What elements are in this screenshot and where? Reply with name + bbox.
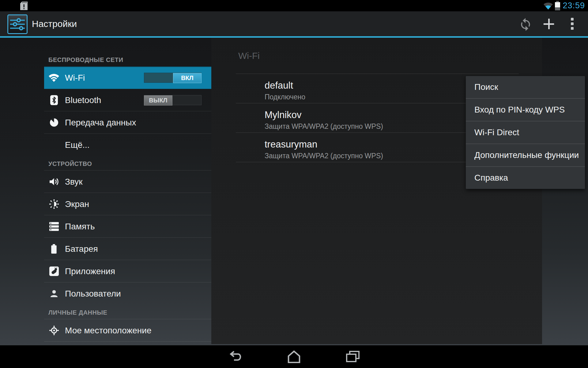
location-icon xyxy=(48,325,59,336)
android-settings-screen: 23:59 Настройки xyxy=(0,0,588,368)
sidebar-item-data-usage[interactable]: Передача данных xyxy=(44,111,211,134)
battery-icon xyxy=(48,243,59,255)
sound-icon xyxy=(48,176,59,187)
network-name: default xyxy=(265,80,293,91)
menu-item[interactable]: Поиск xyxy=(466,76,585,98)
sidebar-item-users[interactable]: Пользователи xyxy=(44,282,211,305)
sidebar-item-sound[interactable]: Звук xyxy=(44,171,211,193)
sidebar-item-label: Ещё... xyxy=(65,140,90,150)
sidebar-section-header: УСТРОЙСТВО xyxy=(44,156,211,171)
sidebar-item-apps[interactable]: Приложения xyxy=(44,260,211,282)
brightness-icon xyxy=(48,199,59,210)
bluetooth-toggle-switch[interactable]: ВЫКЛ xyxy=(144,95,202,105)
sidebar-item-more[interactable]: Ещё... xyxy=(44,134,211,156)
menu-item[interactable]: Справка xyxy=(466,167,585,189)
status-bar: 23:59 xyxy=(0,0,588,11)
overflow-menu: ПоискВход по PIN-коду WPSWi-Fi DirectДоп… xyxy=(466,76,585,189)
wifi-toggle-switch[interactable]: ВКЛ xyxy=(144,73,202,83)
scan-refresh-button[interactable] xyxy=(514,11,537,36)
back-button[interactable] xyxy=(211,345,260,368)
sidebar-item-label: Приложения xyxy=(65,266,115,276)
wifi-icon xyxy=(48,72,59,83)
settings-sliders-icon xyxy=(7,14,28,34)
sidebar-item-bluetooth[interactable]: BluetoothВЫКЛ xyxy=(44,89,211,111)
network-name: treasuryman xyxy=(265,139,317,150)
sidebar-section-header: ЛИЧНЫЕ ДАННЫЕ xyxy=(44,305,211,319)
battery-icon xyxy=(555,1,560,10)
network-status: Защита WPA/WPA2 (доступно WPS) xyxy=(265,122,383,131)
sidebar-item-label: Звук xyxy=(65,177,82,187)
sidebar-item-label: Экран xyxy=(65,199,89,209)
toggle-knob: ВЫКЛ xyxy=(144,95,172,105)
bluetooth-icon xyxy=(48,95,59,106)
sidebar-section-header: БЕСПРОВОДНЫЕ СЕТИ xyxy=(44,38,211,67)
network-name: Mylnikov xyxy=(265,109,302,121)
sidebar-item-label: Батарея xyxy=(65,244,98,254)
users-icon xyxy=(48,288,59,299)
data-usage-icon xyxy=(48,117,59,128)
wifi-signal-icon xyxy=(543,2,553,10)
sidebar-item-display[interactable]: Экран xyxy=(44,193,211,215)
content-area: БЕСПРОВОДНЫЕ СЕТИ Wi-FiВКЛ BluetoothВЫКЛ… xyxy=(0,38,588,345)
menu-item[interactable]: Дополнительные функции xyxy=(466,144,585,166)
sidebar-item-label: Wi-Fi xyxy=(65,73,85,83)
action-bar: Настройки xyxy=(0,11,588,36)
home-button[interactable] xyxy=(270,345,318,368)
sidebar-item-label: Пользователи xyxy=(65,289,121,299)
storage-icon xyxy=(48,221,59,232)
network-status: Подключено xyxy=(265,93,305,101)
sidebar-item-label: Передача данных xyxy=(65,118,136,128)
sidebar-item-label: Bluetooth xyxy=(65,95,101,105)
recents-button[interactable] xyxy=(328,345,377,368)
sidebar-item-storage[interactable]: Память xyxy=(44,215,211,238)
add-network-button[interactable] xyxy=(537,11,560,36)
toggle-knob: ВКЛ xyxy=(173,73,202,83)
sidebar-item-wifi[interactable]: Wi-FiВКЛ xyxy=(44,67,211,89)
network-status: Защита WPA/WPA2 (доступно WPS) xyxy=(265,152,383,160)
apps-icon xyxy=(48,266,59,277)
overflow-menu-button[interactable] xyxy=(560,11,584,36)
settings-sidebar: БЕСПРОВОДНЫЕ СЕТИ Wi-FiВКЛ BluetoothВЫКЛ… xyxy=(44,38,211,345)
sd-card-alert-icon xyxy=(20,2,28,10)
overflow-menu-icon xyxy=(571,18,574,30)
sidebar-item-label: Память xyxy=(65,222,95,232)
menu-item[interactable]: Вход по PIN-коду WPS xyxy=(466,99,585,121)
sidebar-item-battery[interactable]: Батарея xyxy=(44,238,211,260)
system-nav-bar xyxy=(0,345,588,368)
menu-item[interactable]: Wi-Fi Direct xyxy=(466,121,585,144)
status-clock: 23:59 xyxy=(563,0,585,11)
page-title: Настройки xyxy=(32,11,77,36)
panel-title: Wi-Fi xyxy=(211,38,542,74)
sidebar-item-label: Мое местоположение xyxy=(65,326,151,335)
sidebar-item-location[interactable]: Мое местоположение xyxy=(44,319,211,342)
